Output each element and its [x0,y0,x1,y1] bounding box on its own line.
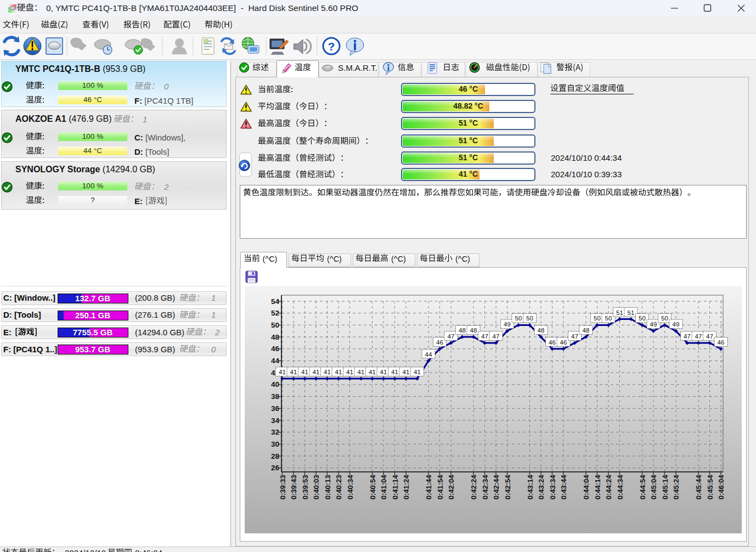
svg-text:50: 50 [605,315,612,322]
svg-text:49: 49 [504,321,511,328]
svg-text:0:44:34: 0:44:34 [616,475,624,500]
svg-text:30: 30 [271,440,279,448]
svg-text:46: 46 [271,345,280,353]
svg-text:0:40:13: 0:40:13 [324,475,332,500]
svg-text:0:40:54: 0:40:54 [369,475,377,500]
svg-text:26: 26 [271,464,280,472]
svg-text:0:42:04: 0:42:04 [447,475,455,500]
svg-text:38: 38 [271,392,280,401]
svg-text:0:42:54: 0:42:54 [504,475,512,500]
svg-text:54: 54 [271,297,280,306]
svg-text:51: 51 [616,309,623,316]
svg-text:46: 46 [718,339,725,346]
svg-text:49: 49 [673,321,680,328]
svg-text:47: 47 [493,333,500,340]
svg-text:0:44:54: 0:44:54 [639,475,647,500]
svg-text:48: 48 [271,333,280,341]
svg-text:41: 41 [301,369,308,375]
svg-text:47: 47 [695,333,702,340]
svg-text:50: 50 [594,315,601,322]
svg-text:0:45:44: 0:45:44 [695,475,703,500]
svg-text:41: 41 [346,369,353,375]
svg-text:46: 46 [560,339,567,346]
svg-text:50: 50 [639,315,646,322]
svg-text:0:44:24: 0:44:24 [605,475,613,500]
svg-text:0:42:24: 0:42:24 [470,475,478,500]
svg-text:48: 48 [470,327,477,334]
svg-text:41: 41 [403,369,410,375]
svg-text:48: 48 [583,327,590,334]
svg-text:?: ? [328,40,335,53]
svg-text:41: 41 [358,369,365,375]
svg-text:41: 41 [335,369,342,375]
svg-text:28: 28 [271,452,280,460]
svg-text:0:40:34: 0:40:34 [346,475,354,500]
svg-text:34: 34 [271,416,280,425]
svg-text:48: 48 [538,327,545,334]
svg-text:51: 51 [628,309,635,316]
svg-text:41: 41 [324,369,331,375]
svg-text:0:40:03: 0:40:03 [312,475,320,500]
svg-text:0:39:33: 0:39:33 [279,475,287,500]
svg-text:41: 41 [391,369,398,375]
svg-text:50: 50 [515,315,522,322]
svg-text:46: 46 [549,339,556,346]
svg-text:0:41:54: 0:41:54 [436,475,444,500]
svg-text:47: 47 [684,333,691,340]
svg-text:0:41:44: 0:41:44 [425,475,433,500]
svg-text:50: 50 [526,315,533,322]
svg-text:0:41:14: 0:41:14 [391,475,399,500]
svg-text:0:42:34: 0:42:34 [481,475,489,500]
svg-text:0:43:44: 0:43:44 [560,475,568,500]
svg-text:0:45:54: 0:45:54 [706,475,714,500]
svg-text:0:46:04: 0:46:04 [717,475,725,500]
svg-text:41: 41 [369,369,376,375]
svg-text:0:44:14: 0:44:14 [594,475,602,500]
svg-text:0:45:04: 0:45:04 [650,475,658,500]
svg-text:0:43:24: 0:43:24 [537,475,545,500]
svg-text:50: 50 [271,321,279,329]
svg-text:40: 40 [271,380,279,388]
svg-text:41: 41 [279,369,286,375]
svg-text:41: 41 [380,369,387,375]
svg-text:0:45:24: 0:45:24 [672,475,680,500]
svg-text:41: 41 [313,369,320,375]
svg-text:36: 36 [271,404,280,413]
svg-text:0:42:44: 0:42:44 [492,475,500,500]
svg-text:44: 44 [425,351,432,358]
svg-text:32: 32 [271,428,279,436]
svg-text:0:39:53: 0:39:53 [301,475,309,500]
svg-text:0:39:43: 0:39:43 [290,475,298,500]
svg-text:47: 47 [706,333,713,340]
svg-text:47: 47 [448,333,455,340]
svg-text:0:43:34: 0:43:34 [549,475,557,500]
svg-text:41: 41 [414,369,421,375]
svg-text:0:41:24: 0:41:24 [402,475,410,500]
svg-text:47: 47 [571,333,578,340]
svg-text:44: 44 [271,357,280,365]
svg-text:0:41:04: 0:41:04 [380,475,388,500]
svg-text:47: 47 [481,333,488,340]
svg-text:0:43:14: 0:43:14 [526,475,534,500]
svg-text:0:44:04: 0:44:04 [582,475,590,500]
svg-text:0:45:14: 0:45:14 [661,475,669,500]
svg-text:41: 41 [290,369,297,375]
svg-text:49: 49 [650,321,657,328]
svg-text:52: 52 [271,309,279,317]
svg-text:50: 50 [661,315,668,322]
svg-text:0:40:23: 0:40:23 [335,475,343,500]
svg-text:48: 48 [459,327,466,334]
svg-text:46: 46 [436,339,443,346]
